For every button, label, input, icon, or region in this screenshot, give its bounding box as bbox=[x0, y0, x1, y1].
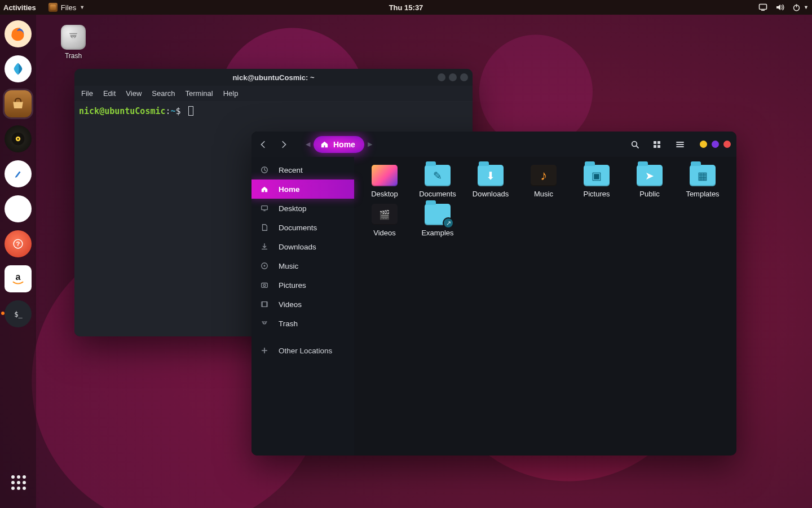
power-indicator-icon[interactable]: ▼ bbox=[792, 3, 809, 12]
show-applications-button[interactable] bbox=[5, 468, 32, 496]
sidebar-item-downloads[interactable]: Downloads bbox=[251, 237, 354, 256]
hamburger-menu-button[interactable] bbox=[672, 136, 689, 153]
trash-icon bbox=[259, 319, 270, 327]
dock-text-editor[interactable] bbox=[5, 160, 32, 187]
file-label: Videos bbox=[373, 229, 396, 237]
menu-file[interactable]: File bbox=[81, 89, 93, 98]
trash-icon bbox=[61, 25, 86, 50]
folder-videos[interactable]: 🎬 Videos bbox=[360, 204, 409, 237]
dock-firefox[interactable] bbox=[5, 20, 32, 47]
svg-point-15 bbox=[632, 141, 637, 146]
files-icon-grid[interactable]: Desktop ✎ Documents ⬇ Downloads ♪ Music … bbox=[354, 157, 736, 456]
svg-rect-18 bbox=[654, 145, 656, 148]
top-panel: Activities Files ▼ Thu 15:37 ▼ bbox=[0, 0, 812, 15]
symlink-badge-icon: ↗ bbox=[444, 218, 453, 227]
folder-icon: ✎ bbox=[425, 165, 451, 186]
file-label: Downloads bbox=[473, 190, 509, 198]
folder-documents[interactable]: ✎ Documents bbox=[413, 165, 462, 198]
menu-view[interactable]: View bbox=[126, 89, 142, 98]
menu-edit[interactable]: Edit bbox=[103, 89, 116, 98]
desktop-icon bbox=[259, 204, 270, 212]
folder-icon: ▣ bbox=[584, 165, 610, 186]
dock-software-store[interactable] bbox=[5, 90, 32, 117]
folder-icon: ⬇ bbox=[478, 165, 504, 186]
search-icon bbox=[630, 140, 639, 149]
window-minimize-button[interactable] bbox=[700, 141, 707, 148]
activities-button[interactable]: Activities bbox=[3, 3, 36, 12]
svg-rect-3 bbox=[796, 4, 797, 7]
download-icon bbox=[259, 243, 270, 251]
search-button[interactable] bbox=[626, 136, 643, 153]
sidebar-item-label: Videos bbox=[279, 300, 302, 309]
path-prev-icon[interactable]: ◀ bbox=[306, 141, 310, 148]
sidebar-item-label: Trash bbox=[279, 319, 298, 328]
sidebar-item-recent[interactable]: Recent bbox=[251, 160, 354, 179]
dock-web-app[interactable] bbox=[5, 55, 32, 82]
file-label: Public bbox=[639, 190, 659, 198]
videos-icon bbox=[259, 300, 270, 308]
home-icon bbox=[259, 185, 270, 193]
app-menu-label: Files bbox=[61, 3, 76, 12]
dock-help[interactable]: ? bbox=[5, 230, 32, 257]
file-label: Examples bbox=[421, 229, 453, 237]
sidebar-item-trash[interactable]: Trash bbox=[251, 314, 354, 333]
sidebar-item-label: Downloads bbox=[279, 243, 316, 251]
sidebar-item-other-locations[interactable]: Other Locations bbox=[251, 341, 354, 360]
folder-desktop[interactable]: Desktop bbox=[360, 165, 409, 198]
sidebar-item-label: Other Locations bbox=[279, 347, 332, 355]
view-grid-button[interactable] bbox=[649, 136, 666, 153]
folder-examples[interactable]: ↗ Examples bbox=[413, 204, 462, 237]
terminal-titlebar[interactable]: nick@ubuntuCosmic: ~ bbox=[74, 69, 473, 86]
sidebar-item-videos[interactable]: Videos bbox=[251, 295, 354, 314]
folder-downloads[interactable]: ⬇ Downloads bbox=[466, 165, 515, 198]
window-minimize-button[interactable] bbox=[438, 73, 445, 81]
display-indicator-icon[interactable] bbox=[758, 3, 767, 12]
sidebar-item-documents[interactable]: Documents bbox=[251, 218, 354, 237]
files-sidebar: Recent Home Desktop Documents Downloads … bbox=[251, 157, 354, 456]
sidebar-item-label: Home bbox=[279, 185, 300, 194]
dock-terminal-app[interactable]: $_ bbox=[5, 300, 32, 327]
file-label: Desktop bbox=[371, 190, 398, 198]
clock-icon bbox=[259, 166, 270, 174]
window-close-button[interactable] bbox=[460, 73, 468, 81]
desktop-trash[interactable]: Trash bbox=[51, 25, 96, 60]
app-menu[interactable]: Files ▼ bbox=[48, 3, 85, 12]
dock-settings-app[interactable] bbox=[5, 195, 32, 222]
svg-point-25 bbox=[263, 284, 266, 287]
folder-music[interactable]: ♪ Music bbox=[519, 165, 568, 198]
files-window[interactable]: ◀ Home ▶ bbox=[251, 132, 736, 456]
sidebar-item-pictures[interactable]: Pictures bbox=[251, 275, 354, 295]
file-label: Pictures bbox=[584, 190, 610, 198]
window-maximize-button[interactable] bbox=[449, 73, 457, 81]
folder-icon: ➤ bbox=[637, 165, 663, 186]
menu-search[interactable]: Search bbox=[152, 89, 175, 98]
sidebar-item-home[interactable]: Home bbox=[251, 179, 354, 199]
folder-templates[interactable]: ▦ Templates bbox=[678, 165, 727, 198]
folder-pictures[interactable]: ▣ Pictures bbox=[572, 165, 621, 198]
system-menu-caret-icon: ▼ bbox=[804, 5, 809, 10]
window-controls bbox=[438, 73, 468, 81]
nav-back-button[interactable] bbox=[255, 136, 272, 153]
dock-amazon[interactable]: a bbox=[5, 265, 32, 292]
sidebar-item-music[interactable]: Music bbox=[251, 256, 354, 275]
window-close-button[interactable] bbox=[723, 141, 731, 148]
nav-forward-button[interactable] bbox=[275, 136, 292, 153]
terminal-cursor-icon bbox=[188, 106, 193, 116]
clock[interactable]: Thu 15:37 bbox=[389, 3, 423, 12]
path-next-icon[interactable]: ▶ bbox=[368, 141, 372, 148]
plus-icon bbox=[259, 347, 270, 354]
svg-point-23 bbox=[264, 265, 266, 267]
sidebar-item-label: Documents bbox=[279, 224, 317, 232]
svg-rect-24 bbox=[262, 283, 268, 288]
window-maximize-button[interactable] bbox=[712, 141, 719, 148]
menu-help[interactable]: Help bbox=[223, 89, 239, 98]
path-label: Home bbox=[333, 140, 355, 149]
dock-rhythmbox[interactable] bbox=[5, 125, 32, 152]
home-icon bbox=[320, 140, 329, 148]
folder-icon: 🎬 bbox=[372, 204, 398, 225]
path-home-pill[interactable]: Home bbox=[314, 136, 364, 153]
sidebar-item-desktop[interactable]: Desktop bbox=[251, 199, 354, 218]
menu-terminal[interactable]: Terminal bbox=[186, 89, 213, 98]
volume-indicator-icon[interactable] bbox=[775, 3, 784, 12]
folder-public[interactable]: ➤ Public bbox=[625, 165, 674, 198]
